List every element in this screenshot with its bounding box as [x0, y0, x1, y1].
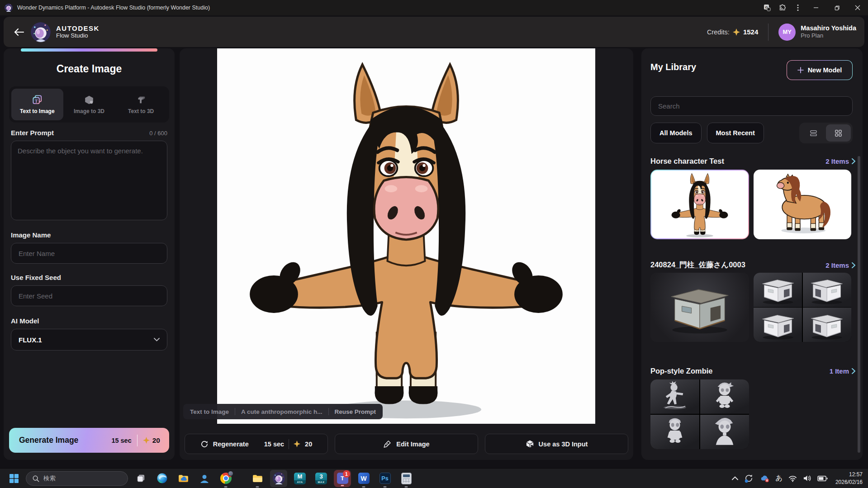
extensions-icon[interactable]	[775, 0, 790, 15]
reuse-prompt-button[interactable]: Reuse Prompt	[335, 408, 376, 415]
library-thumbnail[interactable]	[754, 170, 851, 239]
task-view-button[interactable]	[132, 469, 149, 488]
photoshop-button[interactable]: Ps	[376, 469, 394, 488]
ai-model-select[interactable]: FLUX.1	[11, 329, 167, 351]
tray-chevron-up-icon[interactable]	[732, 476, 738, 480]
generate-cost: 20	[152, 436, 160, 445]
regenerate-button[interactable]: Regenerate 15 sec 20	[185, 434, 328, 454]
refresh-icon	[200, 440, 209, 448]
tab-image-to-3d[interactable]: Image to 3D	[63, 89, 115, 120]
library-thumbnail[interactable]	[754, 273, 851, 342]
section-name: Pop-style Zombie	[650, 367, 713, 375]
file-explorer-button[interactable]	[249, 469, 266, 488]
window-minimize-button[interactable]	[806, 0, 826, 15]
chevron-right-icon	[852, 368, 855, 374]
onedrive-error-icon[interactable]	[759, 474, 770, 483]
zombie-cell	[700, 415, 749, 449]
section-name: Horse character Test	[650, 157, 724, 166]
word-button[interactable]: W	[355, 469, 372, 488]
seed-input[interactable]	[11, 285, 167, 306]
taskbar-clock[interactable]: 12:57 2026/02/16	[835, 471, 863, 485]
tab-text-to-3d[interactable]: Text to 3D	[115, 89, 167, 120]
onedrive-folder-button[interactable]	[175, 469, 192, 488]
battery-icon[interactable]	[817, 475, 828, 482]
credits-diamond-icon	[733, 28, 740, 36]
generated-image[interactable]	[217, 48, 595, 424]
3dsmax-icon: 3 MAX	[315, 473, 327, 484]
section-count-link[interactable]: 2 Items	[825, 261, 855, 269]
sync-icon[interactable]	[744, 474, 754, 483]
image-name-label: Image Name	[11, 231, 51, 239]
chevron-down-icon	[154, 338, 160, 341]
use-as-3d-input-button[interactable]: Use as 3D Input	[485, 434, 628, 454]
library-thumbnail[interactable]	[650, 273, 749, 342]
user-avatar[interactable]: MY	[778, 24, 796, 41]
library-search-input[interactable]	[650, 96, 853, 116]
chrome-icon	[220, 473, 232, 484]
taskbar-search[interactable]	[26, 471, 128, 486]
filter-most-recent[interactable]: Most Recent	[707, 123, 764, 143]
library-scrollbar[interactable]	[858, 156, 860, 453]
word-icon: W	[358, 473, 370, 484]
new-model-button[interactable]: New Model	[787, 60, 853, 80]
list-view-button[interactable]	[801, 124, 826, 142]
list-view-icon	[809, 129, 818, 137]
zombie-cell	[650, 379, 699, 414]
cube-icon	[526, 440, 534, 448]
section-count: 1 Item	[830, 367, 849, 375]
cost-diamond-icon	[294, 441, 300, 447]
create-image-title: Create Image	[4, 63, 175, 75]
maya-button[interactable]: M AYA	[291, 469, 308, 488]
zombie-bust-thumbnail	[702, 416, 747, 448]
generate-divider	[137, 435, 138, 446]
horse-standing-thumbnail	[758, 172, 848, 237]
user-info: Masahiro Yoshida Pro Plan	[801, 24, 856, 39]
taskbar-search-input[interactable]	[43, 475, 116, 482]
section-count-link[interactable]: 2 Items	[825, 157, 855, 165]
chat-button[interactable]	[196, 469, 213, 488]
start-button[interactable]	[6, 469, 22, 488]
generate-image-button[interactable]: Generate Image 15 sec 20	[9, 428, 169, 453]
wifi-icon[interactable]	[788, 475, 797, 482]
window-restore-button[interactable]	[826, 0, 847, 15]
app-header: AUTODESK Flow Studio Credits: 1524 MY Ma…	[4, 17, 864, 47]
3dsmax-button[interactable]: 3 MAX	[313, 469, 330, 488]
flow-studio-logo[interactable]	[31, 22, 51, 42]
calculator-button[interactable]	[398, 469, 415, 488]
translate-icon[interactable]: G	[759, 0, 775, 15]
back-button[interactable]	[11, 24, 27, 40]
flow-studio-taskbar-button[interactable]	[270, 470, 287, 487]
section-count: 2 Items	[825, 157, 849, 165]
create-image-panel: Create Image T Text to Image Image to 3D	[4, 48, 175, 460]
teams-button[interactable]: T 1	[334, 470, 351, 487]
prompt-counter: 0 / 600	[149, 130, 167, 137]
credits-label: Credits:	[707, 28, 730, 36]
prompt-input[interactable]	[11, 141, 167, 220]
library-thumbnail[interactable]	[650, 379, 749, 449]
svg-text:T: T	[35, 99, 38, 104]
pen-icon	[383, 440, 392, 448]
generate-label: Generate Image	[19, 436, 78, 445]
zombie-chibi-thumbnail	[702, 381, 747, 412]
tab-text-to-image[interactable]: T Text to Image	[11, 89, 63, 120]
tab-label: Image to 3D	[74, 108, 104, 114]
filter-all-models[interactable]: All Models	[650, 123, 702, 143]
plus-icon	[797, 67, 804, 73]
library-thumbnail-selected[interactable]	[650, 170, 749, 239]
calculator-icon	[401, 473, 412, 484]
ime-indicator[interactable]: あ	[776, 474, 783, 483]
building-clay-thumbnail	[758, 275, 798, 305]
section-count-link[interactable]: 1 Item	[830, 367, 855, 375]
chrome-button[interactable]	[217, 469, 234, 488]
edge-button[interactable]	[153, 469, 171, 488]
grid-view-button[interactable]	[826, 124, 851, 142]
brand-flow-studio: Flow Studio	[56, 32, 100, 39]
browser-menu-icon[interactable]	[790, 0, 806, 15]
grid-view-icon	[834, 129, 843, 137]
volume-icon[interactable]	[803, 474, 811, 482]
image-name-input[interactable]	[11, 243, 167, 264]
horse-tpose-image	[217, 48, 595, 424]
file-explorer-icon	[252, 473, 263, 484]
edit-image-button[interactable]: Edit Image	[335, 434, 478, 454]
window-close-button[interactable]	[847, 0, 868, 15]
